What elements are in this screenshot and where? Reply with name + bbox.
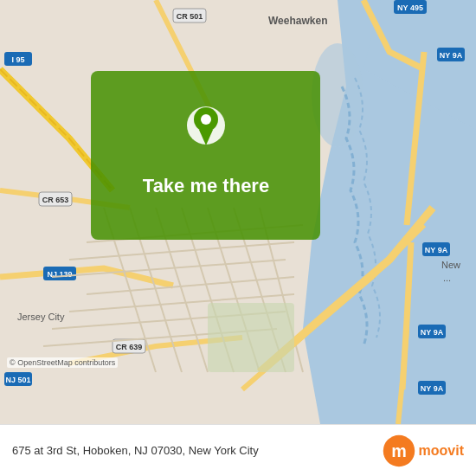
svg-text:CR 653: CR 653 bbox=[42, 196, 69, 204]
svg-text:I 95: I 95 bbox=[11, 55, 24, 64]
svg-text:Weehawken: Weehawken bbox=[268, 15, 327, 27]
svg-text:CR 501: CR 501 bbox=[177, 12, 203, 21]
moovit-logo: m moovit bbox=[383, 434, 464, 467]
svg-text:NY 495: NY 495 bbox=[397, 3, 423, 12]
bottom-bar: 675 at 3rd St, Hoboken, NJ 07030, New Yo… bbox=[0, 424, 476, 476]
svg-text:m: m bbox=[391, 441, 407, 460]
map-credits: © OpenStreetMap contributors bbox=[7, 357, 118, 368]
take-me-there-button[interactable] bbox=[91, 71, 320, 240]
svg-text:NY 9A: NY 9A bbox=[421, 328, 444, 337]
svg-text:Jersey City: Jersey City bbox=[17, 312, 65, 322]
svg-text:NJ 501: NJ 501 bbox=[5, 376, 30, 384]
svg-text:...: ... bbox=[443, 273, 451, 283]
svg-text:New: New bbox=[441, 260, 460, 270]
svg-text:NY 9A: NY 9A bbox=[425, 246, 448, 254]
svg-text:NY 9A: NY 9A bbox=[421, 384, 444, 393]
svg-rect-44 bbox=[208, 303, 294, 372]
svg-text:NJ 139: NJ 139 bbox=[47, 270, 72, 279]
moovit-logo-icon: m bbox=[383, 434, 415, 467]
svg-text:CR 639: CR 639 bbox=[116, 343, 143, 351]
moovit-wordmark: moovit bbox=[419, 443, 464, 459]
address-text: 675 at 3rd St, Hoboken, NJ 07030, New Yo… bbox=[12, 444, 383, 457]
svg-text:NY 9A: NY 9A bbox=[440, 51, 463, 60]
